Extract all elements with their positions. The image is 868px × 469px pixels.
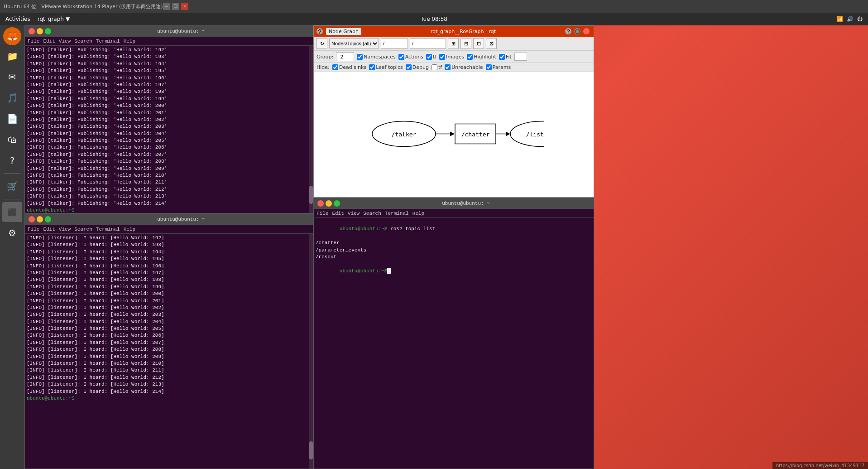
sidebar-item-email[interactable]: ✉ <box>2 67 22 87</box>
menu-file-l[interactable]: File <box>28 227 39 232</box>
ros2-output: /chatter/parameter_events/rosout <box>316 240 592 261</box>
terminal-talker-close[interactable] <box>29 28 35 34</box>
sidebar-item-office[interactable]: 📄 <box>2 109 22 129</box>
rqt-debug-label[interactable]: Debug <box>406 64 429 70</box>
menu-edit-l[interactable]: Edit <box>43 227 55 232</box>
rqt-icon-btn-1[interactable]: ⊞ <box>448 38 459 49</box>
rqt-unreachable-checkbox[interactable] <box>445 64 451 70</box>
rqt-highlight-checkbox[interactable] <box>467 54 473 60</box>
rqt-debug-checkbox[interactable] <box>406 64 412 70</box>
rqt-refresh-button[interactable]: ↻ <box>317 38 327 49</box>
rqt-icon-btn-2[interactable]: ⊟ <box>460 38 471 49</box>
menu-help-l[interactable]: Help <box>124 227 135 232</box>
rqt-actions-checkbox[interactable] <box>398 54 404 60</box>
software-icon: 🛍 <box>8 134 17 145</box>
menu-file-br[interactable]: File <box>317 211 328 216</box>
vmware-minimize-button[interactable]: ─ <box>163 3 170 10</box>
terminal-ros2-minimize[interactable] <box>326 200 332 207</box>
rqt-leaf-topics-checkbox[interactable] <box>369 64 375 70</box>
menu-file[interactable]: File <box>28 39 39 44</box>
vmware-restore-button[interactable]: ❐ <box>172 3 179 10</box>
sidebar-item-music[interactable]: 🎵 <box>2 88 22 108</box>
sidebar-item-amazon[interactable]: 🛒 <box>2 176 22 196</box>
menu-help[interactable]: Help <box>124 39 135 44</box>
listener-line: [INFO] [listener]: I heard: [Hello World… <box>27 332 311 339</box>
app-menu[interactable]: rqt_graph ▼ <box>38 16 70 22</box>
rqt-params-checkbox[interactable] <box>486 64 492 70</box>
menu-search-l[interactable]: Search <box>74 227 92 232</box>
rqt-leaf-topics-label[interactable]: Leaf topics <box>369 64 403 70</box>
rqt-fit-value-input[interactable] <box>514 53 527 61</box>
rqt-icon-btn-4[interactable]: ⊠ <box>486 38 497 49</box>
rqt-tf-hide-label[interactable]: tf <box>432 64 442 70</box>
sidebar-item-terminal[interactable]: ⬛ <box>2 202 22 222</box>
ros2-final-prompt: ubuntu@ubuntu:~$ <box>316 261 592 281</box>
sidebar-item-software[interactable]: 🛍 <box>2 130 22 150</box>
rqt-tf-hide-text: tf <box>438 64 442 70</box>
rqt-tf-checkbox-label[interactable]: tf <box>426 54 436 60</box>
menu-edit[interactable]: Edit <box>43 39 55 44</box>
menu-view-l[interactable]: View <box>59 227 71 232</box>
rqt-graph-help[interactable]: ? <box>565 28 571 34</box>
menu-terminal-l[interactable]: Terminal <box>96 227 120 232</box>
terminal-talker-maximize[interactable] <box>45 28 51 34</box>
rqt-tf-checkbox[interactable] <box>426 54 432 60</box>
settings-icon: ⚙ <box>8 227 16 238</box>
rqt-fit-checkbox-label[interactable]: Fit <box>499 54 512 60</box>
sidebar-item-firefox[interactable]: 🦊 <box>3 27 21 45</box>
rqt-images-checkbox[interactable] <box>439 54 445 60</box>
menu-search[interactable]: Search <box>74 39 92 44</box>
rqt-unreachable-text: Unreachable <box>451 64 483 70</box>
files-icon: 📁 <box>7 51 18 62</box>
terminal-listener-minimize[interactable] <box>37 216 43 222</box>
terminal-listener-close[interactable] <box>29 216 35 222</box>
status-bar: https://blog.csdn.net/weixin_41349117 <box>772 462 868 469</box>
terminal-talker-minimize[interactable] <box>37 28 43 34</box>
rqt-node-topics-dropdown[interactable]: Nodes/Topics (all) Nodes only Topics onl… <box>329 39 379 48</box>
rqt-node-graph-label: Node Graph <box>326 28 361 35</box>
vmware-close-button[interactable]: ✕ <box>181 3 188 10</box>
rqt-params-text: Params <box>493 64 511 70</box>
rqt-dead-sinks-checkbox[interactable] <box>332 64 338 70</box>
rqt-dead-sinks-label[interactable]: Dead sinks <box>332 64 366 70</box>
sidebar-item-settings[interactable]: ⚙ <box>2 223 22 243</box>
rqt-graph-close[interactable] <box>583 28 590 34</box>
menu-search-br[interactable]: Search <box>363 211 381 216</box>
rqt-tf-hide-checkbox[interactable] <box>432 64 437 70</box>
rqt-graph-canvas[interactable]: /talker /chatter /listener <box>314 72 594 197</box>
talker-line: [INFO] [talker]: Publishing: 'Hello Worl… <box>27 137 311 144</box>
rqt-images-checkbox-label[interactable]: Images <box>439 54 464 60</box>
menu-view[interactable]: View <box>59 39 71 44</box>
rqt-params-label[interactable]: Params <box>486 64 511 70</box>
rqt-highlight-checkbox-label[interactable]: Highlight <box>467 54 496 60</box>
rqt-namespaces-checkbox-label[interactable]: Namespaces <box>357 54 395 60</box>
rqt-actions-checkbox-label[interactable]: Actions <box>398 54 423 60</box>
terminal-listener-maximize[interactable] <box>45 216 51 222</box>
terminal-listener-scrollbar[interactable] <box>309 234 313 469</box>
rqt-group-spinbox[interactable] <box>336 52 354 61</box>
rqt-fit-checkbox[interactable] <box>499 54 505 60</box>
rqt-icon-btn-3[interactable]: ⊡ <box>473 38 484 49</box>
menu-view-br[interactable]: View <box>348 211 360 216</box>
terminal-talker-scrollbar[interactable] <box>309 46 313 213</box>
rqt-help-button[interactable]: ? <box>317 28 323 34</box>
sidebar-item-files[interactable]: 📁 <box>2 46 22 66</box>
menu-edit-br[interactable]: Edit <box>332 211 344 216</box>
rqt-filter2-input[interactable] <box>410 39 446 48</box>
rqt-filter1-input[interactable] <box>381 39 408 48</box>
volume-icon: 🔊 <box>847 16 854 22</box>
rqt-graph-float[interactable]: ⬡ <box>574 28 580 34</box>
menu-terminal-br[interactable]: Terminal <box>385 211 409 216</box>
menu-terminal[interactable]: Terminal <box>96 39 120 44</box>
listener-line: [INFO] [listener]: I heard: [Hello World… <box>27 235 311 242</box>
rqt-graph-window: ? Node Graph rqt_graph__RosGraph - rqt ?… <box>313 25 594 198</box>
rqt-unreachable-label[interactable]: Unreachable <box>445 64 483 70</box>
sidebar-item-help[interactable]: ? <box>2 150 22 170</box>
activities-button[interactable]: Activities <box>5 16 30 22</box>
terminal-ros2-close[interactable] <box>317 200 324 207</box>
menu-help-br[interactable]: Help <box>412 211 424 216</box>
terminal-ros2-maximize[interactable] <box>334 200 340 207</box>
listener-line: [INFO] [listener]: I heard: [Hello World… <box>27 270 311 276</box>
email-icon: ✉ <box>9 72 16 82</box>
rqt-namespaces-checkbox[interactable] <box>357 54 363 60</box>
